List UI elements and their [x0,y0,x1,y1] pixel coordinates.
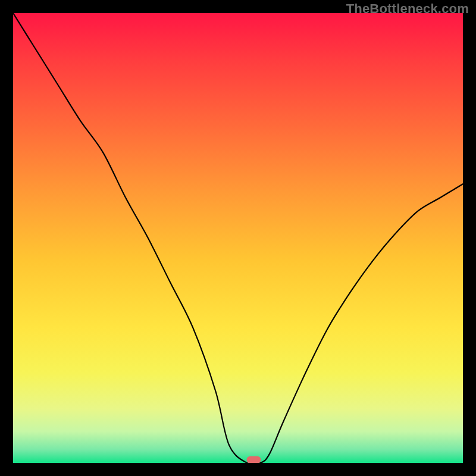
watermark-text: TheBottleneck.com [346,1,469,17]
bottleneck-chart [13,13,463,463]
optimal-marker [246,456,261,463]
plot-area [13,13,463,463]
gradient-background [13,13,463,463]
chart-frame: TheBottleneck.com [0,0,476,476]
